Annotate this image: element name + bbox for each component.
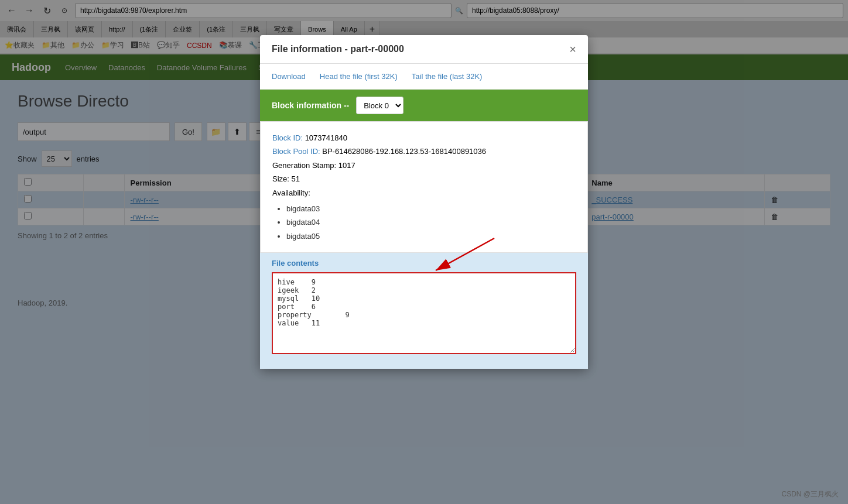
availability-row: Availability: bigdata03 bigdata04 bigdat… xyxy=(272,186,576,244)
block-pool-id-label: Block Pool ID: xyxy=(272,147,320,156)
modal-links: Download Head the file (first 32K) Tail … xyxy=(260,64,588,90)
file-contents-section: File contents hive 9 igeek 2 mysql 10 po… xyxy=(260,253,588,369)
size-label: Size: xyxy=(272,174,289,183)
block-details: Block ID: 1073741840 Block Pool ID: BP-6… xyxy=(260,121,588,253)
modal-header: File information - part-r-00000 × xyxy=(260,35,588,64)
size-value: 51 xyxy=(292,174,300,183)
block-id-row: Block ID: 1073741840 xyxy=(272,131,576,145)
file-textarea-wrapper: hive 9 igeek 2 mysql 10 port 6 property … xyxy=(272,268,576,363)
block-section: Block information -- Block 0 xyxy=(260,90,588,121)
size-row: Size: 51 xyxy=(272,172,576,186)
download-link[interactable]: Download xyxy=(272,72,306,81)
block-pool-id-value: BP-614628086-192.168.123.53-168140089103… xyxy=(322,147,486,156)
head-file-link[interactable]: Head the file (first 32K) xyxy=(320,72,398,81)
generation-stamp-label: Generation Stamp: xyxy=(272,161,336,170)
availability-label: Availability: xyxy=(272,188,310,197)
availability-node-2: bigdata04 xyxy=(286,215,576,229)
availability-node-1: bigdata03 xyxy=(286,202,576,215)
block-id-label: Block ID: xyxy=(272,133,303,142)
block-id-value: 1073741840 xyxy=(305,133,347,142)
file-contents-label: File contents xyxy=(272,259,576,268)
modal-close-button[interactable]: × xyxy=(569,43,576,55)
file-info-modal: File information - part-r-00000 × Downlo… xyxy=(260,35,588,369)
generation-stamp-value: 1017 xyxy=(338,161,355,170)
modal-overlay: File information - part-r-00000 × Downlo… xyxy=(0,0,848,504)
availability-node-3: bigdata05 xyxy=(286,229,576,243)
modal-title: File information - part-r-00000 xyxy=(272,44,404,54)
block-select[interactable]: Block 0 xyxy=(356,97,404,114)
tail-file-link[interactable]: Tail the file (last 32K) xyxy=(412,72,483,81)
file-contents-textarea[interactable]: hive 9 igeek 2 mysql 10 port 6 property … xyxy=(272,272,576,354)
block-label: Block information -- xyxy=(272,101,349,110)
generation-stamp-row: Generation Stamp: 1017 xyxy=(272,159,576,172)
block-pool-id-row: Block Pool ID: BP-614628086-192.168.123.… xyxy=(272,145,576,158)
availability-list: bigdata03 bigdata04 bigdata05 xyxy=(286,202,576,243)
